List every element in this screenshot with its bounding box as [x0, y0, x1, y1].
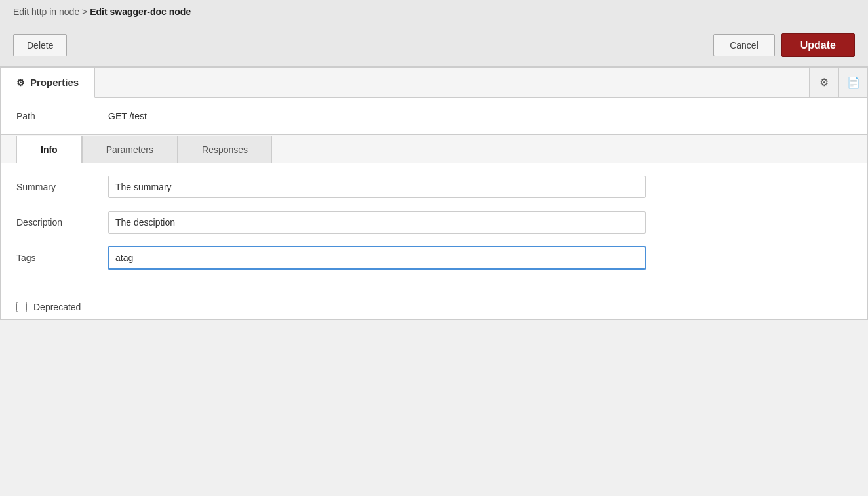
tab-parameters-label: Parameters [106, 144, 153, 155]
tab-info-label: Info [41, 144, 58, 155]
properties-label: Properties [30, 77, 79, 88]
tags-row: Tags [16, 247, 852, 269]
tab-responses-label: Responses [202, 144, 248, 155]
tab-parameters[interactable]: Parameters [82, 136, 178, 163]
tab-responses[interactable]: Responses [178, 136, 272, 163]
breadcrumb-current: Edit swagger-doc node [90, 7, 191, 17]
panel-header-actions: ⚙ 📄 [809, 68, 867, 97]
breadcrumb: Edit http in node > Edit swagger-doc nod… [0, 0, 868, 24]
deprecated-label: Deprecated [33, 302, 81, 312]
deprecated-checkbox[interactable] [16, 302, 27, 312]
path-value: GET /test [108, 111, 147, 121]
summary-label: Summary [16, 182, 95, 192]
panel-header-spacer [95, 68, 809, 97]
doc-icon-button[interactable]: 📄 [838, 68, 867, 97]
toolbar: Delete Cancel Update [0, 24, 868, 67]
sub-tabs-container: Info Parameters Responses [1, 134, 867, 163]
tags-label: Tags [16, 253, 95, 263]
breadcrumb-parent: Edit http in node [13, 7, 79, 17]
summary-row: Summary [16, 176, 852, 198]
tab-info[interactable]: Info [16, 136, 82, 163]
path-row: Path GET /test [1, 98, 867, 134]
doc-icon: 📄 [847, 76, 860, 89]
deprecated-row: Deprecated [1, 295, 867, 319]
settings-icon-button[interactable]: ⚙ [810, 68, 838, 97]
gear-icon: ⚙ [16, 77, 25, 88]
toolbar-right: Cancel Update [713, 33, 855, 57]
breadcrumb-separator: > [82, 7, 87, 17]
panel-header: ⚙ Properties ⚙ 📄 [1, 68, 867, 98]
summary-input[interactable] [108, 176, 646, 198]
toolbar-left: Delete [13, 34, 67, 56]
properties-tab[interactable]: ⚙ Properties [1, 68, 95, 98]
settings-icon: ⚙ [819, 76, 829, 89]
cancel-button[interactable]: Cancel [713, 34, 775, 56]
tags-input[interactable] [108, 247, 646, 269]
delete-button[interactable]: Delete [13, 34, 67, 56]
description-label: Description [16, 217, 95, 228]
main-panel: ⚙ Properties ⚙ 📄 Path GET /test Info Par… [0, 67, 868, 320]
path-label: Path [16, 111, 69, 121]
description-row: Description [16, 211, 852, 234]
form-section: Summary Description Tags [1, 163, 867, 295]
update-button[interactable]: Update [781, 33, 855, 57]
description-input[interactable] [108, 211, 646, 234]
